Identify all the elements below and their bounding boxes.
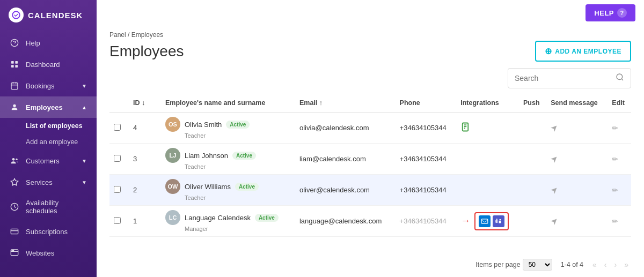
help-button-label: HELP — [594, 9, 614, 17]
employees-table: ID ↓ Employee's name and surname Email ↑… — [109, 94, 631, 237]
row-checkbox-cell — [109, 206, 129, 237]
row-integrations — [456, 144, 519, 175]
row-edit[interactable]: ✏ — [608, 175, 631, 206]
services-icon — [10, 177, 19, 187]
col-name[interactable]: Employee's name and surname — [161, 94, 295, 113]
ms-outlook-icon — [479, 215, 491, 227]
svg-point-11 — [12, 158, 15, 161]
table-row: 1 LC Language Calendesk Active Manager — [109, 206, 631, 237]
sidebar-subitem-list-employees[interactable]: List of employees — [0, 118, 97, 134]
pagination: Items per page 50 25 100 1-4 of 4 « ‹ › … — [109, 253, 631, 271]
row-send-message[interactable]: ➤ — [546, 113, 608, 144]
edit-icon[interactable]: ✏ — [612, 217, 618, 226]
per-page-select[interactable]: 50 25 100 — [523, 259, 552, 271]
table-row: 4 OS Olivia Smith Active Teacher — [109, 113, 631, 144]
col-email[interactable]: Email ↑ — [295, 94, 396, 113]
status-badge: Active — [232, 152, 256, 160]
row-push — [519, 113, 546, 144]
employees-icon — [10, 102, 19, 112]
integration-box[interactable] — [474, 212, 509, 230]
sidebar-item-bookings[interactable]: Bookings ▼ — [0, 75, 97, 96]
search-icon — [616, 73, 624, 84]
row-send-message[interactable]: ➤ — [546, 175, 608, 206]
sidebar-item-customers[interactable]: Customers ▼ — [0, 150, 97, 171]
row-send-message[interactable]: ➤ — [546, 206, 608, 237]
row-id: 2 — [129, 175, 161, 206]
svg-rect-14 — [11, 229, 18, 234]
svg-rect-3 — [15, 61, 18, 64]
row-edit[interactable]: ✏ — [608, 144, 631, 175]
row-checkbox-cell — [109, 175, 129, 206]
edit-icon[interactable]: ✏ — [612, 155, 618, 163]
edit-icon[interactable]: ✏ — [612, 124, 618, 132]
status-badge: Active — [255, 214, 279, 222]
sidebar-item-employees[interactable]: Employees ▲ — [0, 96, 97, 118]
app-name: CALENDESK — [28, 11, 83, 20]
row-integrations — [456, 113, 519, 144]
sidebar-label-bookings: Bookings — [26, 82, 54, 90]
edit-icon[interactable]: ✏ — [612, 186, 618, 194]
sidebar-item-help[interactable]: Help — [0, 32, 97, 54]
sidebar-label-customers: Customers — [26, 157, 60, 165]
svg-point-28 — [496, 219, 497, 220]
add-employee-button[interactable]: ⊕ ADD AN EMPLOYEE — [535, 41, 631, 62]
col-phone: Phone — [396, 94, 457, 113]
col-edit: Edit — [608, 94, 631, 113]
prev-page-button[interactable]: ‹ — [602, 259, 610, 270]
row-checkbox[interactable] — [114, 186, 121, 193]
add-employee-label: ADD AN EMPLOYEE — [555, 48, 621, 55]
table-row: 3 LJ Liam Johnson Active Teacher — [109, 144, 631, 175]
customers-icon — [10, 156, 19, 166]
sidebar-item-dashboard[interactable]: Dashboard — [0, 54, 97, 75]
row-integrations — [456, 175, 519, 206]
row-email: language@calendesk.com — [295, 206, 396, 237]
col-integrations: Integrations — [456, 94, 519, 113]
add-icon: ⊕ — [545, 46, 552, 56]
row-integrations[interactable]: → — [456, 206, 519, 237]
phone-strikethrough: +34634105344 — [400, 217, 447, 225]
svg-point-27 — [500, 219, 501, 220]
last-page-button[interactable]: » — [621, 259, 631, 270]
svg-rect-5 — [15, 65, 18, 68]
send-message-icon[interactable]: ➤ — [548, 184, 560, 196]
row-phone: +34634105344 — [396, 175, 457, 206]
sidebar-sublabel-add-employee: Add an employee — [26, 138, 78, 146]
svg-point-19 — [13, 250, 13, 251]
svg-point-18 — [12, 250, 12, 251]
arrow-right-icon: → — [460, 215, 470, 227]
breadcrumb: Panel / Employees — [109, 26, 631, 41]
send-message-icon[interactable]: ➤ — [548, 153, 560, 165]
row-checkbox[interactable] — [114, 124, 121, 131]
next-page-button[interactable]: › — [612, 259, 620, 270]
col-checkbox — [109, 94, 129, 113]
sidebar-item-services[interactable]: Services ▼ — [0, 171, 97, 193]
bookings-chevron: ▼ — [82, 83, 87, 89]
sidebar-item-availability[interactable]: Availability schedules — [0, 193, 97, 221]
sidebar-sublabel-list-employees: List of employees — [26, 122, 83, 130]
search-input[interactable] — [515, 74, 616, 83]
row-phone: +34634105344 — [396, 206, 457, 237]
row-send-message[interactable]: ➤ — [546, 144, 608, 175]
availability-icon — [10, 202, 19, 212]
row-edit[interactable]: ✏ — [608, 113, 631, 144]
row-edit[interactable]: ✏ — [608, 206, 631, 237]
help-button[interactable]: HELP ? — [586, 4, 635, 21]
svg-point-0 — [12, 11, 20, 19]
app-logo[interactable]: CALENDESK — [0, 0, 97, 30]
send-message-icon[interactable]: ➤ — [548, 215, 560, 227]
sidebar-item-websites[interactable]: Websites — [0, 242, 97, 264]
first-page-button[interactable]: « — [590, 259, 599, 270]
row-checkbox[interactable] — [114, 217, 121, 224]
send-message-icon[interactable]: ➤ — [548, 122, 560, 134]
help-question-icon: ? — [617, 8, 627, 18]
col-id[interactable]: ID ↓ — [129, 94, 161, 113]
employees-table-wrap: ID ↓ Employee's name and surname Email ↑… — [109, 94, 631, 253]
items-per-page-label: Items per page — [475, 261, 520, 268]
sidebar-subitem-add-employee[interactable]: Add an employee — [0, 134, 97, 150]
row-checkbox[interactable] — [114, 155, 121, 162]
sidebar-item-subscriptions[interactable]: Subscriptions — [0, 221, 97, 242]
sidebar-label-subscriptions: Subscriptions — [26, 228, 68, 236]
svg-point-10 — [13, 104, 16, 107]
row-email: oliver@calendesk.com — [295, 175, 396, 206]
pagination-info: 1-4 of 4 — [561, 261, 583, 268]
